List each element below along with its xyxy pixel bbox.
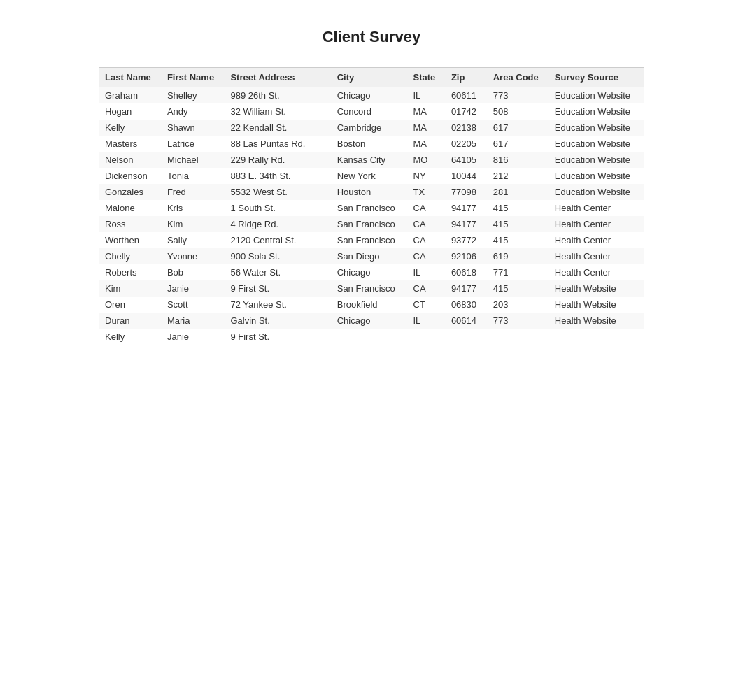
cell-city: San Francisco: [332, 200, 408, 216]
cell-city: Cambridge: [332, 120, 408, 136]
cell-last-name: Gonzales: [99, 184, 162, 200]
cell-state: TX: [408, 184, 446, 200]
cell-survey-source: Education Website: [549, 168, 644, 184]
cell-survey-source: Health Website: [549, 280, 644, 297]
cell-city: Chicago: [332, 264, 408, 280]
cell-zip: 93772: [446, 232, 488, 248]
header-survey-source: Survey Source: [549, 68, 644, 87]
cell-first-name: Scott: [162, 297, 225, 313]
cell-survey-source: Health Center: [549, 200, 644, 216]
cell-street: 4 Ridge Rd.: [225, 216, 331, 232]
cell-area-code: 415: [488, 232, 549, 248]
table-row: DuranMariaGalvin St.ChicagoIL60614773Hea…: [99, 313, 644, 329]
table-row: KimJanie9 First St.San FranciscoCA941774…: [99, 280, 644, 297]
header-last-name: Last Name: [99, 68, 162, 87]
cell-city: Chicago: [332, 313, 408, 329]
cell-city: San Diego: [332, 248, 408, 264]
cell-area-code: 508: [488, 103, 549, 120]
cell-area-code: 212: [488, 168, 549, 184]
cell-street: 32 William St.: [225, 103, 331, 120]
cell-area-code: 816: [488, 152, 549, 168]
cell-survey-source: Health Center: [549, 264, 644, 280]
cell-zip: 94177: [446, 216, 488, 232]
cell-street: 229 Rally Rd.: [225, 152, 331, 168]
cell-first-name: Janie: [162, 280, 225, 297]
cell-last-name: Hogan: [99, 103, 162, 120]
cell-first-name: Yvonne: [162, 248, 225, 264]
cell-area-code: [488, 329, 549, 345]
cell-street: 900 Sola St.: [225, 248, 331, 264]
cell-city: San Francisco: [332, 280, 408, 297]
table-row: RobertsBob56 Water St.ChicagoIL60618771H…: [99, 264, 644, 280]
cell-area-code: 415: [488, 280, 549, 297]
cell-survey-source: Health Center: [549, 216, 644, 232]
cell-first-name: Andy: [162, 103, 225, 120]
cell-street: 72 Yankee St.: [225, 297, 331, 313]
header-area-code: Area Code: [488, 68, 549, 87]
cell-city: Concord: [332, 103, 408, 120]
cell-street: Galvin St.: [225, 313, 331, 329]
cell-area-code: 771: [488, 264, 549, 280]
cell-survey-source: Health Website: [549, 313, 644, 329]
cell-first-name: Michael: [162, 152, 225, 168]
cell-survey-source: Health Center: [549, 248, 644, 264]
cell-zip: 60618: [446, 264, 488, 280]
cell-state: IL: [408, 264, 446, 280]
table-row: WorthenSally2120 Central St.San Francisc…: [99, 232, 644, 248]
cell-zip: 64105: [446, 152, 488, 168]
cell-city: San Francisco: [332, 232, 408, 248]
cell-state: IL: [408, 313, 446, 329]
cell-survey-source: Education Website: [549, 184, 644, 200]
cell-survey-source: Education Website: [549, 120, 644, 136]
cell-city: Brookfield: [332, 297, 408, 313]
cell-city: Kansas City: [332, 152, 408, 168]
cell-survey-source: Health Center: [549, 232, 644, 248]
cell-zip: 06830: [446, 297, 488, 313]
cell-last-name: Oren: [99, 297, 162, 313]
cell-last-name: Kim: [99, 280, 162, 297]
cell-city: Boston: [332, 136, 408, 152]
table-row: RossKim4 Ridge Rd.San FranciscoCA9417741…: [99, 216, 644, 232]
cell-first-name: Sally: [162, 232, 225, 248]
cell-city: Chicago: [332, 87, 408, 104]
cell-street: 9 First St.: [225, 329, 331, 345]
header-zip: Zip: [446, 68, 488, 87]
cell-state: CA: [408, 200, 446, 216]
page-title: Client Survey: [14, 28, 729, 46]
cell-state: MA: [408, 103, 446, 120]
cell-zip: 94177: [446, 280, 488, 297]
cell-street: 1 South St.: [225, 200, 331, 216]
cell-zip: 10044: [446, 168, 488, 184]
client-survey-table: Last Name First Name Street Address City…: [99, 68, 644, 345]
cell-zip: 01742: [446, 103, 488, 120]
cell-area-code: 281: [488, 184, 549, 200]
cell-first-name: Janie: [162, 329, 225, 345]
cell-first-name: Bob: [162, 264, 225, 280]
cell-area-code: 415: [488, 200, 549, 216]
cell-last-name: Masters: [99, 136, 162, 152]
cell-state: MA: [408, 136, 446, 152]
cell-first-name: Kim: [162, 216, 225, 232]
table-body: GrahamShelley989 26th St.ChicagoIL606117…: [99, 87, 644, 345]
cell-street: 883 E. 34th St.: [225, 168, 331, 184]
cell-last-name: Duran: [99, 313, 162, 329]
cell-zip: 77098: [446, 184, 488, 200]
cell-state: MO: [408, 152, 446, 168]
cell-first-name: Latrice: [162, 136, 225, 152]
table-row: DickensonTonia883 E. 34th St.New YorkNY1…: [99, 168, 644, 184]
cell-zip: 02138: [446, 120, 488, 136]
cell-last-name: Malone: [99, 200, 162, 216]
cell-last-name: Roberts: [99, 264, 162, 280]
table-row: MaloneKris1 South St.San FranciscoCA9417…: [99, 200, 644, 216]
table-row: ChellyYvonne900 Sola St.San DiegoCA92106…: [99, 248, 644, 264]
cell-last-name: Graham: [99, 87, 162, 104]
cell-street: 5532 West St.: [225, 184, 331, 200]
cell-street: 2120 Central St.: [225, 232, 331, 248]
cell-last-name: Nelson: [99, 152, 162, 168]
cell-state: [408, 329, 446, 345]
cell-last-name: Chelly: [99, 248, 162, 264]
cell-survey-source: Education Website: [549, 87, 644, 104]
cell-city: [332, 329, 408, 345]
cell-last-name: Kelly: [99, 120, 162, 136]
cell-survey-source: [549, 329, 644, 345]
